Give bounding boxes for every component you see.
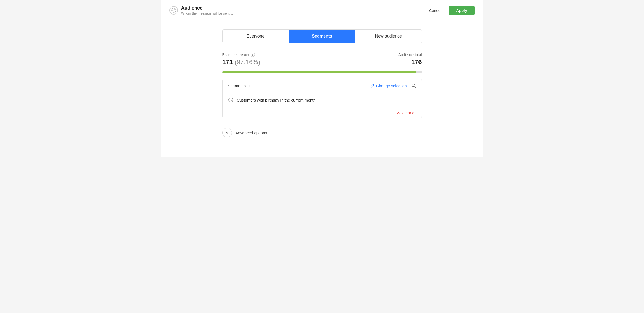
segments-box: Segments: 1 Change selection <box>222 79 422 118</box>
cancel-button[interactable]: Cancel <box>425 6 446 15</box>
svg-point-0 <box>172 8 176 12</box>
header-left: Audience Whom the message will be sent t… <box>169 5 233 15</box>
segment-item: Customers with birthday in the current m… <box>223 93 422 107</box>
search-button[interactable] <box>411 83 416 88</box>
segment-item-label: Customers with birthday in the current m… <box>237 98 316 102</box>
segments-header: Segments: 1 Change selection <box>223 79 422 93</box>
progress-bar-fill <box>222 71 416 73</box>
header: Audience Whom the message will be sent t… <box>161 0 483 20</box>
check-icon <box>169 6 178 15</box>
tab-everyone[interactable]: Everyone <box>223 30 289 43</box>
advanced-options: Advanced options <box>222 128 422 137</box>
segment-type-icon <box>228 97 234 103</box>
advanced-toggle-button[interactable] <box>222 128 232 137</box>
apply-button[interactable]: Apply <box>449 6 475 15</box>
page-container: Audience Whom the message will be sent t… <box>161 0 483 156</box>
x-icon: ✕ <box>397 111 400 115</box>
estimated-reach-block: Estimated reach i 171 (97.16%) <box>222 53 260 66</box>
search-icon <box>411 83 416 88</box>
estimated-reach-value: 171 (97.16%) <box>222 58 260 66</box>
edit-icon <box>370 84 375 88</box>
estimated-reach-label: Estimated reach i <box>222 53 260 57</box>
audience-total-label: Audience total <box>398 53 422 57</box>
info-icon: i <box>251 53 255 57</box>
progress-bar-container <box>222 71 422 73</box>
header-text: Audience Whom the message will be sent t… <box>181 5 233 15</box>
tab-new-audience[interactable]: New audience <box>355 30 421 43</box>
audience-total-block: Audience total 176 <box>398 53 422 66</box>
page-subtitle: Whom the message will be sent to <box>181 11 233 15</box>
audience-total-value: 176 <box>398 58 422 66</box>
segments-title: Segments: 1 <box>228 84 250 88</box>
change-selection-button[interactable]: Change selection <box>370 84 407 88</box>
chevron-down-icon <box>225 131 229 135</box>
stats-section: Estimated reach i 171 (97.16%) Audience … <box>222 53 422 66</box>
segments-actions: Change selection <box>370 83 416 88</box>
header-actions: Cancel Apply <box>425 6 475 15</box>
main-content: Everyone Segments New audience Estimated… <box>161 20 483 147</box>
clear-all-button[interactable]: ✕ Clear all <box>397 111 416 115</box>
page-title: Audience <box>181 5 233 11</box>
tab-selector: Everyone Segments New audience <box>222 29 422 43</box>
tab-segments[interactable]: Segments <box>289 30 355 43</box>
svg-line-2 <box>414 86 416 88</box>
clear-all-row: ✕ Clear all <box>223 107 422 118</box>
advanced-options-label: Advanced options <box>236 131 267 135</box>
